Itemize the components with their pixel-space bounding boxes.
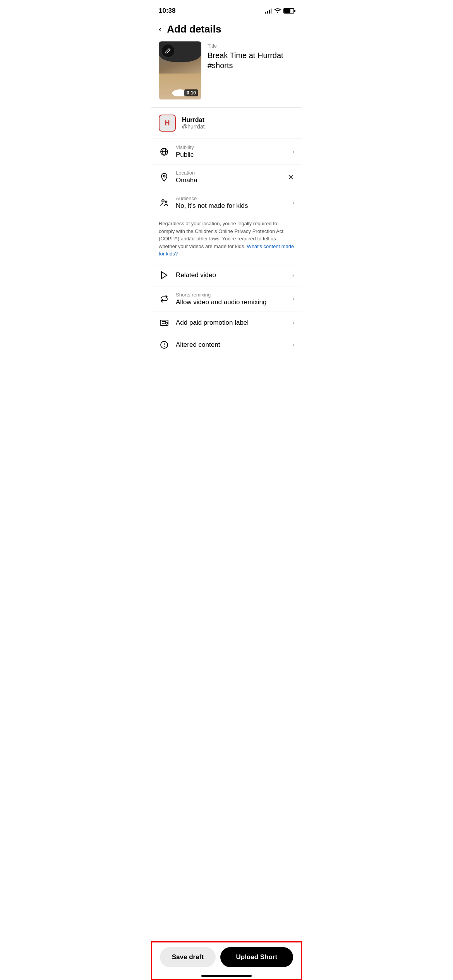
location-label: Location bbox=[176, 170, 281, 176]
signal-icon bbox=[265, 8, 272, 14]
status-icons bbox=[265, 8, 294, 14]
video-info: Title Break Time at Hurrdat #shorts bbox=[208, 41, 294, 70]
shorts-remixing-icon bbox=[159, 293, 170, 304]
visibility-value: Public bbox=[176, 151, 286, 159]
back-button[interactable]: ‹ bbox=[159, 25, 161, 34]
channel-handle: @hurrdat bbox=[182, 123, 205, 130]
edit-thumbnail-icon[interactable] bbox=[162, 45, 174, 57]
extra-settings-section: Related video › Shorts remixing Allow vi… bbox=[151, 264, 302, 356]
visibility-chevron-icon: › bbox=[292, 148, 294, 155]
shorts-remixing-label: Shorts remixing bbox=[176, 292, 286, 298]
altered-content-icon bbox=[159, 339, 170, 350]
battery-icon bbox=[283, 8, 294, 14]
location-row[interactable]: Location Omaha ✕ bbox=[151, 164, 302, 190]
status-bar: 10:38 bbox=[151, 0, 302, 19]
settings-section: Visibility Public › Location Omaha ✕ bbox=[151, 139, 302, 215]
svg-rect-7 bbox=[160, 320, 168, 326]
header: ‹ Add details bbox=[151, 19, 302, 41]
shorts-remixing-content: Shorts remixing Allow video and audio re… bbox=[176, 292, 286, 306]
location-clear-icon[interactable]: ✕ bbox=[288, 173, 294, 182]
svg-point-11 bbox=[164, 346, 165, 346]
paid-promotion-value: Add paid promotion label bbox=[176, 319, 286, 327]
coppa-notice: Regardless of your location, you're lega… bbox=[151, 215, 302, 264]
visibility-content: Visibility Public bbox=[176, 144, 286, 159]
page-title: Add details bbox=[167, 23, 221, 35]
shorts-remixing-value: Allow video and audio remixing bbox=[176, 298, 286, 306]
altered-content-row[interactable]: Altered content › bbox=[151, 334, 302, 356]
related-video-content: Related video bbox=[176, 271, 286, 279]
audience-value: No, it's not made for kids bbox=[176, 202, 286, 210]
channel-logo: H bbox=[159, 115, 176, 132]
altered-content-chevron-icon: › bbox=[292, 341, 294, 348]
svg-point-5 bbox=[165, 201, 167, 203]
visibility-icon bbox=[159, 146, 170, 157]
visibility-row[interactable]: Visibility Public › bbox=[151, 139, 302, 164]
related-video-chevron-icon: › bbox=[292, 272, 294, 279]
location-content: Location Omaha bbox=[176, 170, 281, 184]
location-icon bbox=[159, 172, 170, 183]
channel-row: H Hurrdat @hurrdat bbox=[151, 108, 302, 139]
visibility-label: Visibility bbox=[176, 144, 286, 150]
svg-marker-6 bbox=[161, 272, 167, 279]
status-time: 10:38 bbox=[159, 7, 175, 15]
paid-promotion-chevron-icon: › bbox=[292, 319, 294, 326]
shorts-remixing-chevron-icon: › bbox=[292, 295, 294, 302]
video-title: Break Time at Hurrdat #shorts bbox=[208, 50, 294, 70]
audience-label: Audience bbox=[176, 195, 286, 201]
paid-promotion-content: Add paid promotion label bbox=[176, 319, 286, 327]
related-video-value: Related video bbox=[176, 271, 286, 279]
video-duration: 0:10 bbox=[184, 89, 198, 96]
video-thumbnail[interactable]: 0:10 bbox=[159, 41, 201, 99]
wifi-icon bbox=[274, 8, 281, 14]
location-value: Omaha bbox=[176, 176, 281, 184]
channel-info: Hurrdat @hurrdat bbox=[182, 117, 205, 130]
svg-point-3 bbox=[163, 175, 165, 177]
audience-icon bbox=[159, 197, 170, 208]
related-video-row[interactable]: Related video › bbox=[151, 264, 302, 286]
video-section: 0:10 Title Break Time at Hurrdat #shorts bbox=[151, 41, 302, 107]
altered-content-content: Altered content bbox=[176, 341, 286, 349]
audience-content: Audience No, it's not made for kids bbox=[176, 195, 286, 210]
video-title-label: Title bbox=[208, 43, 294, 49]
audience-row[interactable]: Audience No, it's not made for kids › bbox=[151, 190, 302, 215]
paid-promotion-row[interactable]: Add paid promotion label › bbox=[151, 312, 302, 334]
altered-content-value: Altered content bbox=[176, 341, 286, 349]
svg-point-8 bbox=[166, 322, 168, 324]
related-video-icon bbox=[159, 270, 170, 281]
channel-name: Hurrdat bbox=[182, 117, 205, 123]
audience-chevron-icon: › bbox=[292, 199, 294, 206]
paid-promotion-icon bbox=[159, 317, 170, 328]
shorts-remixing-row[interactable]: Shorts remixing Allow video and audio re… bbox=[151, 286, 302, 312]
svg-point-4 bbox=[162, 200, 164, 202]
